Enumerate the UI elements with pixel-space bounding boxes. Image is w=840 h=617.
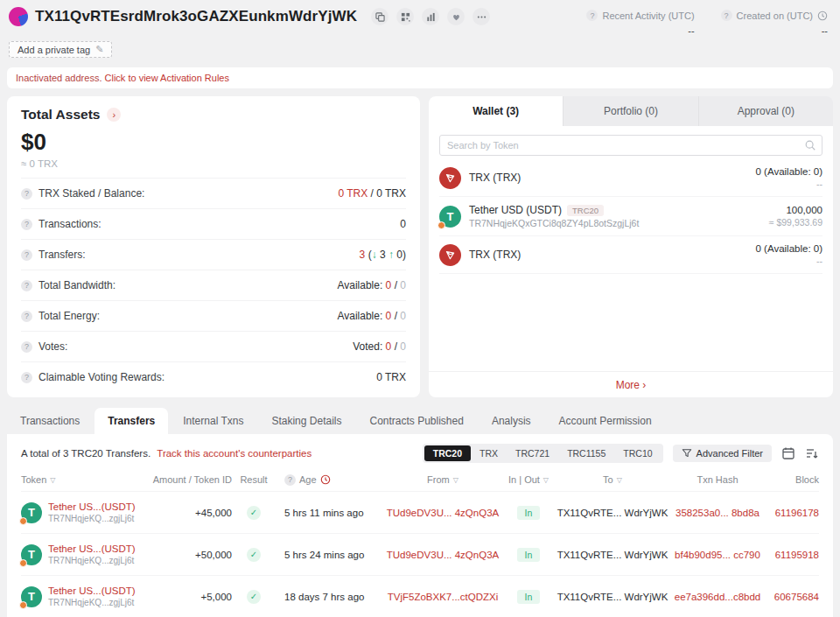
tab-internal-txns[interactable]: Internal Txns bbox=[170, 408, 256, 434]
counterparties-link[interactable]: Track this account's counterparties bbox=[157, 448, 312, 459]
tab-portfolio[interactable]: Portfolio (0) bbox=[563, 96, 697, 126]
total-assets-chevron-icon[interactable]: › bbox=[107, 108, 121, 122]
help-icon[interactable]: ? bbox=[21, 188, 32, 200]
row-block[interactable]: 61195918 bbox=[764, 550, 819, 560]
usdt-letter: T bbox=[28, 590, 35, 603]
tab-account-permission[interactable]: Account Permission bbox=[546, 408, 665, 434]
token-usd-value: -- bbox=[756, 179, 823, 189]
token-row-usdt[interactable]: T Tether USD (USDT)TRC20 TR7NHqjeKQxGTCi… bbox=[439, 197, 822, 236]
help-icon[interactable]: ? bbox=[21, 219, 32, 230]
filter-trx[interactable]: TRX bbox=[471, 445, 507, 461]
row-to-address[interactable]: TX11QvRTE... WdrYjWK bbox=[554, 550, 671, 560]
direction-badge: In bbox=[517, 590, 541, 604]
help-icon[interactable]: ? bbox=[21, 280, 32, 291]
date-range-calendar-icon[interactable] bbox=[781, 446, 795, 460]
sort-filter-icon[interactable] bbox=[805, 446, 819, 460]
col-amount: Amount / Token ID bbox=[148, 474, 232, 485]
col-label: Amount / Token ID bbox=[153, 474, 232, 485]
address-identicon bbox=[9, 7, 28, 26]
energy-prefix: Available: bbox=[337, 310, 385, 322]
tab-wallet[interactable]: Wallet (3) bbox=[429, 96, 563, 126]
recent-activity-label: Recent Activity (UTC) bbox=[602, 11, 694, 21]
transfer-row: T Tether US...(USDT) TR7NHqjeKQ...zgjLj6… bbox=[21, 533, 819, 575]
tab-analysis[interactable]: Analysis bbox=[479, 408, 544, 434]
activation-rules-link[interactable]: Click to view Activation Rules bbox=[105, 73, 229, 83]
help-icon[interactable]: ? bbox=[721, 10, 732, 21]
stat-row-bandwidth: ?Total Bandwidth: Available: 0 / 0 bbox=[21, 270, 406, 300]
stat-label: Transactions: bbox=[38, 218, 102, 230]
transfer-row: T Tether US...(USDT) TR7NHqjeKQ...zgjLj6… bbox=[21, 491, 819, 533]
tab-staking-details[interactable]: Staking Details bbox=[258, 408, 354, 434]
token-type-filter-group: TRC20 TRX TRC721 TRC1155 TRC10 bbox=[423, 444, 663, 463]
success-check-icon: ✓ bbox=[247, 548, 261, 562]
filter-triangle-icon[interactable]: ▽ bbox=[453, 476, 458, 484]
filter-trc10[interactable]: TRC10 bbox=[614, 445, 661, 461]
help-icon[interactable]: ? bbox=[21, 372, 32, 383]
more-actions-icon[interactable] bbox=[472, 8, 490, 25]
add-private-tag-button[interactable]: Add a private tag ✎ bbox=[9, 41, 112, 58]
row-txn-hash[interactable]: 358253a0... 8bd8a bbox=[671, 508, 764, 518]
tab-approval[interactable]: Approval (0) bbox=[698, 96, 833, 126]
filter-triangle-icon[interactable]: ▽ bbox=[543, 476, 549, 484]
success-check-icon: ✓ bbox=[247, 590, 261, 604]
help-icon[interactable]: ? bbox=[21, 249, 32, 261]
filter-trc20[interactable]: TRC20 bbox=[424, 445, 471, 461]
filter-trc1155[interactable]: TRC1155 bbox=[558, 445, 614, 461]
staked-link-value[interactable]: 0 TRX bbox=[338, 187, 368, 200]
analytics-chart-icon[interactable] bbox=[422, 8, 439, 25]
col-from: From▽ bbox=[382, 474, 503, 485]
row-token-address[interactable]: TR7NHqjeKQ...zgjLj6t bbox=[48, 598, 136, 607]
row-to-address[interactable]: TX11QvRTE... WdrYjWK bbox=[554, 508, 671, 518]
row-txn-hash[interactable]: ee7a396dd...c8bdd bbox=[671, 592, 764, 602]
transactions-value[interactable]: 0 bbox=[400, 218, 406, 230]
row-from-address[interactable]: TVjF5ZoBXK7...ctQDZXi bbox=[382, 592, 503, 602]
tab-contracts-published[interactable]: Contracts Published bbox=[356, 408, 476, 434]
clock-icon[interactable] bbox=[817, 11, 828, 21]
row-from-address[interactable]: TUd9eDV3U... 4zQnQ3A bbox=[382, 550, 503, 560]
token-contract-address[interactable]: TR7NHqjeKQxGTCi8q8ZY4pL8otSzgjLj6t bbox=[469, 218, 639, 228]
copy-address-icon[interactable] bbox=[371, 8, 388, 25]
row-token-name[interactable]: Tether US...(USDT) bbox=[48, 501, 136, 512]
filter-triangle-icon[interactable]: ▽ bbox=[617, 476, 622, 484]
filter-triangle-icon[interactable]: ▽ bbox=[50, 476, 55, 484]
help-icon[interactable]: ? bbox=[21, 311, 32, 322]
row-token-name[interactable]: Tether US...(USDT) bbox=[48, 585, 136, 596]
row-token-address[interactable]: TR7NHqjeKQ...zgjLj6t bbox=[48, 514, 136, 523]
funnel-icon bbox=[682, 448, 692, 459]
stat-row-transfers: ?Transfers: 3 (↓ 3 ↑ 0) bbox=[21, 239, 406, 270]
row-token-name[interactable]: Tether US...(USDT) bbox=[48, 543, 136, 554]
help-icon[interactable]: ? bbox=[586, 10, 598, 21]
trx-token-icon bbox=[439, 244, 461, 266]
stat-row-rewards: ?Claimable Voting Rewards: 0 TRX bbox=[21, 361, 406, 392]
row-txn-hash[interactable]: bf4b90d95... cc790 bbox=[671, 550, 764, 560]
advanced-filter-button[interactable]: Advanced Filter bbox=[673, 445, 772, 462]
token-name: TRX (TRX) bbox=[469, 172, 521, 184]
row-from-address[interactable]: TUd9eDV3U... 4zQnQ3A bbox=[382, 508, 503, 518]
total-assets-card: Total Assets › $0 ≈ 0 TRX ?TRX Staked / … bbox=[7, 96, 420, 397]
help-icon[interactable]: ? bbox=[284, 474, 296, 486]
row-block[interactable]: 60675684 bbox=[764, 592, 819, 602]
tab-transfers[interactable]: Transfers bbox=[94, 408, 168, 434]
favorite-heart-icon[interactable] bbox=[447, 8, 465, 25]
recent-activity-value: -- bbox=[586, 25, 694, 36]
token-row-trx-1[interactable]: TRX (TRX) 0 (Available: 0) -- bbox=[439, 159, 822, 197]
search-token-input[interactable] bbox=[439, 135, 822, 156]
token-amount: 0 (Available: 0) bbox=[756, 243, 823, 254]
filter-trc721[interactable]: TRC721 bbox=[507, 445, 558, 461]
token-row-trx-2[interactable]: TRX (TRX) 0 (Available: 0) -- bbox=[439, 236, 822, 274]
age-clock-icon[interactable] bbox=[320, 474, 331, 485]
col-token: Token▽ bbox=[21, 474, 148, 485]
total-assets-usd: $0 bbox=[21, 129, 406, 156]
help-icon[interactable]: ? bbox=[21, 341, 32, 353]
wallet-more-link[interactable]: More › bbox=[616, 379, 647, 391]
row-block[interactable]: 61196178 bbox=[764, 508, 819, 518]
tab-transactions[interactable]: Transactions bbox=[7, 408, 93, 434]
created-on-value: -- bbox=[721, 25, 828, 36]
row-amount: +5,000 bbox=[148, 592, 232, 602]
qr-code-icon[interactable] bbox=[396, 8, 414, 25]
usdt-letter: T bbox=[28, 548, 35, 561]
usdt-token-icon: T bbox=[439, 206, 461, 228]
row-to-address[interactable]: TX11QvRTE... WdrYjWK bbox=[554, 592, 671, 602]
row-token-address[interactable]: TR7NHqjeKQ...zgjLj6t bbox=[48, 556, 136, 565]
col-label: Txn Hash bbox=[696, 474, 738, 485]
